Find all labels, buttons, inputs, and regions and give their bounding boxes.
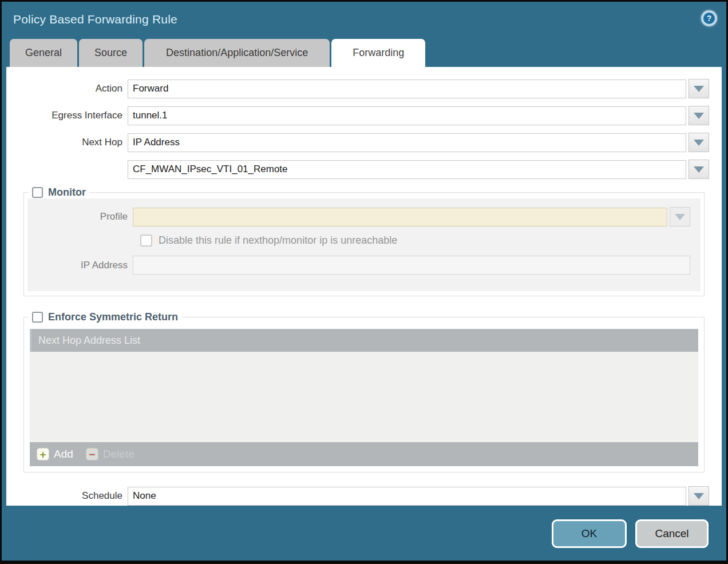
- monitor-checkbox[interactable]: [32, 187, 43, 198]
- schedule-field[interactable]: None: [128, 487, 686, 506]
- next-hop-address-table: Next Hop Address List + Add − Delete: [30, 329, 698, 466]
- schedule-row: Schedule None: [6, 486, 709, 506]
- egress-interface-field[interactable]: tunnel.1: [128, 106, 686, 125]
- schedule-dropdown-button[interactable]: [689, 486, 709, 506]
- next-hop-address-list-header: Next Hop Address List: [30, 329, 698, 352]
- action-field[interactable]: Forward: [128, 80, 686, 98]
- disable-rule-checkbox: [140, 235, 152, 247]
- profile-field: [133, 208, 667, 227]
- enforce-symmetric-return-legend: Enforce Symmetric Return: [29, 311, 181, 323]
- next-hop-address-field[interactable]: CF_MWAN_IPsec_VTI_01_Remote: [128, 160, 686, 179]
- add-button-label: Add: [54, 448, 73, 460]
- enforce-symmetric-return-label: Enforce Symmetric Return: [48, 311, 178, 323]
- ok-button[interactable]: OK: [552, 519, 627, 548]
- enforce-symmetric-return-checkbox[interactable]: [32, 312, 43, 323]
- egress-interface-label: Egress Interface: [6, 110, 128, 121]
- monitor-section: Monitor Profile Disable this rule if nex…: [23, 186, 705, 296]
- monitor-legend: Monitor: [29, 186, 89, 198]
- help-button[interactable]: ?: [701, 10, 717, 26]
- action-row: Action Forward: [6, 79, 709, 98]
- tab-destination-application-service[interactable]: Destination/Application/Service: [144, 39, 330, 67]
- dropdown-arrow-icon: [694, 140, 704, 146]
- cancel-button[interactable]: Cancel: [635, 519, 709, 548]
- profile-row: Profile: [27, 207, 690, 227]
- profile-label: Profile: [27, 211, 133, 223]
- add-icon: +: [37, 448, 49, 460]
- tab-bar: General Source Destination/Application/S…: [2, 37, 726, 67]
- monitor-ip-address-row: IP Address: [27, 256, 690, 275]
- next-hop-address-row: CF_MWAN_IPsec_VTI_01_Remote: [6, 160, 709, 179]
- egress-interface-dropdown-button[interactable]: [689, 106, 709, 125]
- dialog-title: Policy Based Forwarding Rule: [13, 13, 177, 26]
- action-dropdown-button[interactable]: [689, 79, 709, 98]
- dialog-titlebar: Policy Based Forwarding Rule ?: [2, 2, 726, 37]
- monitor-panel: Profile Disable this rule if nexthop/mon…: [27, 198, 701, 291]
- add-button[interactable]: + Add: [37, 448, 73, 460]
- profile-dropdown-button: [670, 207, 690, 227]
- next-hop-address-dropdown-button[interactable]: [689, 160, 709, 179]
- table-toolbar: + Add − Delete: [30, 442, 698, 466]
- forwarding-tab-panel: Action Forward Egress Interface tunnel.1…: [6, 67, 722, 506]
- disable-rule-row: Disable this rule if nexthop/monitor ip …: [140, 235, 698, 247]
- pbf-rule-dialog: Policy Based Forwarding Rule ? General S…: [0, 0, 728, 564]
- delete-icon: −: [86, 448, 98, 460]
- next-hop-address-list-body[interactable]: [30, 352, 698, 442]
- dropdown-arrow-icon: [694, 113, 704, 119]
- delete-button-label: Delete: [103, 448, 134, 460]
- dropdown-arrow-icon: [694, 86, 704, 92]
- enforce-symmetric-return-section: Enforce Symmetric Return Next Hop Addres…: [23, 311, 705, 472]
- tab-source[interactable]: Source: [79, 39, 143, 67]
- delete-button: − Delete: [86, 448, 134, 460]
- next-hop-row: Next Hop IP Address: [6, 133, 709, 152]
- dialog-footer: OK Cancel: [2, 505, 726, 561]
- action-label: Action: [6, 83, 128, 94]
- help-icon: ?: [703, 13, 715, 24]
- egress-interface-row: Egress Interface tunnel.1: [6, 106, 709, 125]
- next-hop-type-dropdown-button[interactable]: [689, 133, 709, 152]
- tab-forwarding[interactable]: Forwarding: [331, 39, 425, 67]
- monitor-ip-address-field: [133, 256, 690, 275]
- next-hop-label: Next Hop: [6, 137, 128, 148]
- monitor-section-label: Monitor: [48, 186, 86, 198]
- dropdown-arrow-icon: [675, 214, 685, 220]
- next-hop-type-field[interactable]: IP Address: [128, 133, 686, 152]
- tab-general[interactable]: General: [10, 39, 77, 67]
- dropdown-arrow-icon: [694, 166, 704, 173]
- schedule-label: Schedule: [6, 490, 128, 502]
- monitor-ip-address-label: IP Address: [27, 260, 133, 271]
- disable-rule-label: Disable this rule if nexthop/monitor ip …: [159, 235, 397, 247]
- dropdown-arrow-icon: [694, 493, 704, 499]
